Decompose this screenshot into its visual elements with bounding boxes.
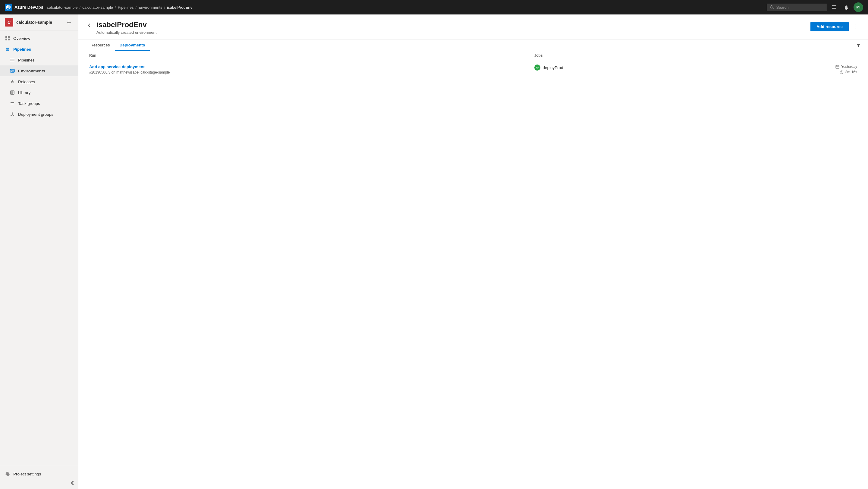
overview-icon [5, 36, 10, 41]
sidebar-item-library[interactable]: Library [0, 87, 78, 98]
run-cell: Add app service deployment #20190506.3 o… [86, 60, 531, 79]
environments-icon [10, 68, 15, 73]
job-success-icon [534, 64, 540, 70]
task-groups-icon [10, 101, 15, 106]
table-row: Add app service deployment #20190506.3 o… [86, 60, 861, 79]
sidebar-collapse-button[interactable] [0, 479, 78, 487]
table-header: Run Jobs [86, 51, 861, 60]
header-right: Add resource ⋮ [810, 21, 861, 31]
settings-icon-btn[interactable] [830, 2, 839, 12]
breadcrumb: calculator-sample / calculator-sample / … [47, 5, 763, 10]
add-project-button[interactable] [65, 18, 73, 27]
svg-rect-3 [5, 39, 7, 40]
svg-rect-2 [8, 36, 10, 38]
bc-environments[interactable]: Environments [138, 5, 162, 10]
jobs-cell: deployProd [531, 60, 714, 79]
topbar: Azure DevOps calculator-sample / calcula… [0, 0, 868, 14]
job-item: deployProd [534, 64, 711, 70]
tabs: Resources Deployments [86, 40, 150, 51]
sidebar-item-environments-label: Environments [18, 69, 45, 73]
search-input[interactable] [776, 5, 824, 10]
calendar-icon [835, 65, 839, 69]
time-duration: 3m 16s [718, 70, 857, 74]
run-title[interactable]: Add app service deployment [89, 64, 527, 69]
back-button[interactable] [86, 22, 93, 29]
sidebar-item-pipelines-parent-label: Pipelines [13, 47, 31, 52]
env-subtitle: Automatically created environment [96, 30, 156, 35]
sidebar-item-overview-label: Overview [13, 36, 30, 41]
pipelines-parent-icon [5, 47, 10, 52]
job-name[interactable]: deployProd [543, 65, 563, 70]
column-time [714, 51, 861, 60]
sidebar-project: C calculator-sample [0, 14, 78, 30]
main-layout: C calculator-sample Overvi [0, 14, 868, 489]
tab-deployments[interactable]: Deployments [115, 40, 150, 51]
app-title: Azure DevOps [14, 5, 43, 10]
bc-project[interactable]: calculator-sample [82, 5, 113, 10]
sidebar-item-pipelines-label: Pipelines [18, 58, 35, 62]
sidebar: C calculator-sample Overvi [0, 14, 79, 489]
time-date: Yesterday [718, 64, 857, 69]
svg-point-8 [12, 113, 13, 114]
env-info: isabelProdEnv Automatically created envi… [96, 21, 156, 39]
env-title: isabelProdEnv [96, 21, 156, 29]
content-header: isabelProdEnv Automatically created envi… [79, 14, 868, 40]
settings-icon [5, 471, 10, 477]
sidebar-item-deployment-groups[interactable]: Deployment groups [0, 109, 78, 120]
sidebar-item-task-groups-label: Task groups [18, 101, 40, 106]
svg-rect-11 [836, 65, 839, 68]
sidebar-nav: Overview Pipelines Pipelines [0, 30, 78, 466]
sidebar-item-task-groups[interactable]: Task groups [0, 98, 78, 109]
notifications-icon-btn[interactable] [841, 2, 851, 12]
sidebar-item-project-settings[interactable]: Project settings [0, 468, 78, 479]
svg-rect-1 [5, 36, 7, 38]
time-duration-value: 3m 16s [845, 70, 857, 74]
bc-current: isabelProdEnv [167, 5, 192, 10]
sidebar-item-library-label: Library [18, 90, 30, 95]
add-resource-button[interactable]: Add resource [810, 22, 849, 31]
releases-icon [10, 79, 15, 84]
sidebar-item-releases-label: Releases [18, 80, 35, 84]
column-run: Run [86, 51, 531, 60]
run-meta: #20190506.3 on matthewisabel.calc-stage-… [89, 70, 527, 74]
clock-icon [840, 70, 844, 74]
sidebar-item-project-settings-label: Project settings [13, 472, 41, 476]
bc-pipelines[interactable]: Pipelines [118, 5, 134, 10]
user-avatar[interactable]: MI [854, 2, 863, 12]
project-name: calculator-sample [16, 20, 62, 25]
sidebar-item-pipelines[interactable]: Pipelines [0, 55, 78, 65]
filter-button[interactable] [854, 40, 863, 50]
topbar-actions: MI [767, 2, 863, 12]
bc-sep1: / [80, 5, 81, 10]
library-icon [10, 90, 15, 95]
sidebar-item-overview[interactable]: Overview [0, 33, 78, 44]
azure-devops-logo[interactable]: Azure DevOps [5, 4, 43, 11]
deployments-table: Run Jobs Add app service deployment #201… [86, 51, 861, 79]
deployment-groups-icon [10, 112, 15, 117]
bc-sep2: / [115, 5, 116, 10]
table-area: Run Jobs Add app service deployment #201… [79, 51, 868, 489]
search-icon [770, 5, 774, 9]
time-date-value: Yesterday [841, 64, 857, 69]
svg-point-6 [11, 70, 12, 71]
header-left: isabelProdEnv Automatically created envi… [86, 21, 156, 39]
tab-resources[interactable]: Resources [86, 40, 115, 51]
svg-rect-4 [8, 39, 10, 40]
time-cell: Yesterday 3m 16s [714, 60, 861, 79]
bc-sep4: / [164, 5, 165, 10]
project-icon: C [5, 18, 13, 27]
sidebar-item-deployment-groups-label: Deployment groups [18, 112, 53, 117]
sidebar-item-environments[interactable]: Environments [0, 65, 78, 76]
svg-rect-5 [10, 69, 14, 72]
column-jobs: Jobs [531, 51, 714, 60]
sidebar-footer: Project settings [0, 466, 78, 489]
content-area: isabelProdEnv Automatically created envi… [79, 14, 868, 489]
more-options-button[interactable]: ⋮ [851, 22, 861, 31]
pipelines-icon [10, 57, 15, 63]
bc-org[interactable]: calculator-sample [47, 5, 78, 10]
bc-sep3: / [135, 5, 136, 10]
sidebar-item-releases[interactable]: Releases [0, 76, 78, 87]
search-box[interactable] [767, 4, 827, 11]
sidebar-item-pipelines-parent[interactable]: Pipelines [0, 44, 78, 55]
